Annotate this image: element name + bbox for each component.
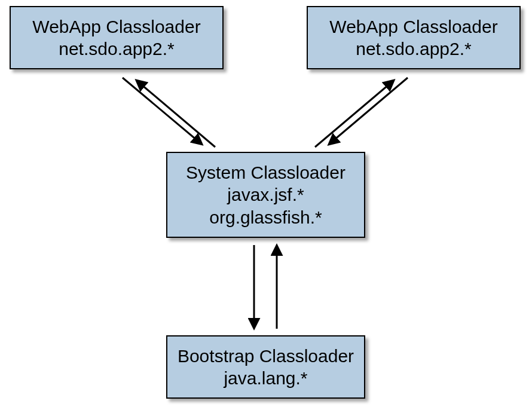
box-subtitle: net.sdo.app2.*	[59, 38, 175, 60]
box-line3: org.glassfish.*	[209, 206, 322, 229]
webapp-classloader-left-box: WebApp Classloader net.sdo.app2.*	[10, 6, 224, 69]
system-classloader-box: System Classloader javax.jsf.* org.glass…	[166, 152, 365, 238]
box-subtitle: java.lang.*	[224, 367, 307, 390]
arrow-webapp-right-to-system	[330, 78, 408, 143]
box-subtitle: net.sdo.app2.*	[356, 38, 472, 60]
box-title: System Classloader	[186, 161, 346, 184]
box-title: WebApp Classloader	[32, 16, 200, 38]
box-title: WebApp Classloader	[329, 16, 497, 38]
bootstrap-classloader-box: Bootstrap Classloader java.lang.*	[166, 335, 365, 399]
classloader-diagram: WebApp Classloader net.sdo.app2.* WebApp…	[0, 0, 532, 413]
box-title: Bootstrap Classloader	[178, 345, 354, 368]
arrow-system-to-webapp-right	[315, 81, 393, 147]
box-line2: javax.jsf.*	[227, 183, 304, 206]
arrow-system-to-webapp-left	[137, 81, 215, 147]
arrow-webapp-left-to-system	[123, 78, 201, 143]
webapp-classloader-right-box: WebApp Classloader net.sdo.app2.*	[307, 6, 521, 69]
